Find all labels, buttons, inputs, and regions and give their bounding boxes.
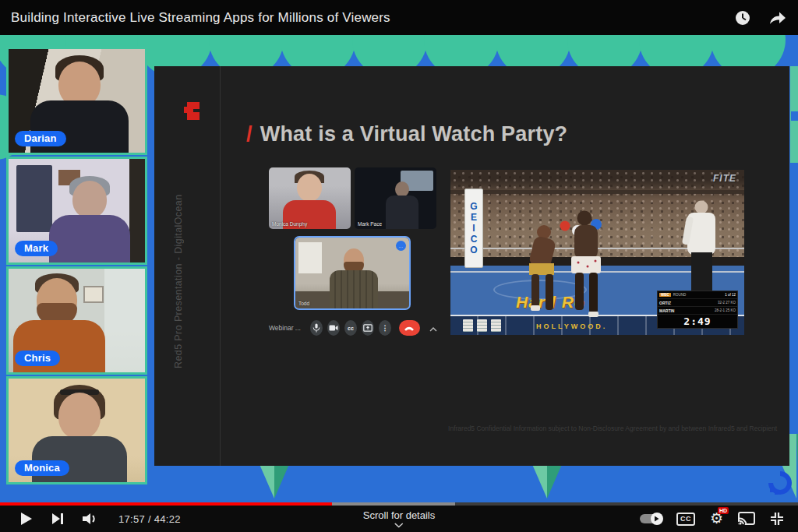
meet-toolbar-label: Webinar ... xyxy=(269,324,301,332)
slide-title-text: What is a Virtual Watch Party? xyxy=(260,122,568,146)
chevron-up-icon xyxy=(429,321,437,335)
volume-button[interactable] xyxy=(83,513,100,525)
next-button[interactable] xyxy=(51,513,64,525)
participant-badge: Darian xyxy=(15,131,66,146)
watch-later-icon[interactable] xyxy=(734,9,751,26)
slide-sidebar: Red5 Pro Presentation - DigitalOcean xyxy=(154,66,221,466)
more-options-icon: ⋮ xyxy=(379,320,391,336)
play-button[interactable] xyxy=(20,512,33,526)
scoreboard-fighter2: MARTIN xyxy=(659,308,674,313)
autoplay-toggle[interactable] xyxy=(640,514,662,523)
webcam-feed-mark: Mark xyxy=(6,157,147,265)
share-icon[interactable] xyxy=(768,9,787,26)
slide-title-slash: / xyxy=(246,122,252,146)
meet-tile-badge: ... xyxy=(396,241,406,251)
meet-tile-mark: Mark Pace xyxy=(355,167,436,229)
webcam-feed-monica: Monica xyxy=(6,376,147,484)
video-title-bar: Building Interactive Live Streaming Apps… xyxy=(0,0,798,35)
boxing-scoreboard: WBC ROUND 1 of 12 ORTIZ 32-2 27 KO MARTI… xyxy=(657,291,738,329)
scroll-hint-text: Scroll for details xyxy=(363,509,435,521)
controls-row: 17:57 / 44:22 Scroll for details CC ⚙ HD xyxy=(0,506,798,532)
subtitles-button[interactable]: CC xyxy=(676,513,695,526)
video-title: Building Interactive Live Streaming Apps… xyxy=(11,10,390,26)
scoreboard-clock: 2:49 xyxy=(658,315,737,328)
present-screen-icon xyxy=(362,320,374,336)
video-stage[interactable]: Darian Mark Chris Monica xyxy=(0,35,798,502)
boxing-video: Hard Ro HOLLYWOOD. GEICO FITE xyxy=(450,170,744,335)
player-control-bar: 17:57 / 44:22 Scroll for details CC ⚙ HD xyxy=(0,502,798,532)
scoreboard-record2: 28-2-1 25 KO xyxy=(715,308,736,312)
meet-tile-name: Monica Dunphy xyxy=(272,221,307,227)
meet-screenshot: Monica Dunphy Mark Pace ... Todd xyxy=(269,167,437,335)
scoreboard-fighter1: ORTIZ xyxy=(659,301,671,305)
slide-title: /What is a Virtual Watch Party? xyxy=(246,122,567,146)
youtube-player: Building Interactive Live Streaming Apps… xyxy=(0,0,798,532)
time-display: 17:57 / 44:22 xyxy=(118,513,181,525)
slide-side-label: Red5 Pro Presentation - DigitalOcean xyxy=(173,174,184,368)
meet-tile-monica: Monica Dunphy xyxy=(269,167,351,229)
webcam-column: Darian Mark Chris Monica xyxy=(6,47,147,486)
participant-badge: Monica xyxy=(15,460,69,476)
camera-icon xyxy=(327,320,340,336)
scroll-for-details[interactable]: Scroll for details xyxy=(363,508,435,528)
minimize-button[interactable] xyxy=(770,512,784,526)
chevron-down-icon xyxy=(394,523,404,528)
settings-button[interactable]: ⚙ HD xyxy=(710,511,723,527)
cast-button[interactable] xyxy=(738,512,755,526)
digitalocean-logo xyxy=(765,468,795,498)
webcam-feed-chris: Chris xyxy=(6,266,147,375)
webcam-feed-darian: Darian xyxy=(6,47,147,155)
participant-badge: Chris xyxy=(15,351,60,366)
presentation-slide: Red5 Pro Presentation - DigitalOcean /Wh… xyxy=(154,66,789,466)
meet-toolbar: Webinar ... cc ⋮ xyxy=(269,320,437,336)
hd-badge: HD xyxy=(718,507,729,514)
slide-confidential-footer: Infrared5 Confidential Information subje… xyxy=(448,425,777,432)
meet-tile-name: Todd xyxy=(298,301,309,306)
participant-badge: Mark xyxy=(15,241,58,256)
meet-tile-name: Mark Pace xyxy=(358,221,382,227)
scoreboard-record1: 32-2 27 KO xyxy=(718,301,736,305)
topbar-icons xyxy=(734,0,787,35)
autoplay-knob xyxy=(651,513,663,525)
scoreboard-round-value: 1 of 12 xyxy=(725,293,736,297)
scoreboard-round-label: ROUND xyxy=(673,293,687,297)
meet-tile-todd: ... Todd xyxy=(294,236,411,310)
mic-icon xyxy=(310,320,323,336)
red5-logo-icon xyxy=(184,102,200,120)
end-call-button xyxy=(399,320,420,336)
scoreboard-league-badge: WBC xyxy=(659,293,671,297)
captions-icon: cc xyxy=(344,320,357,336)
